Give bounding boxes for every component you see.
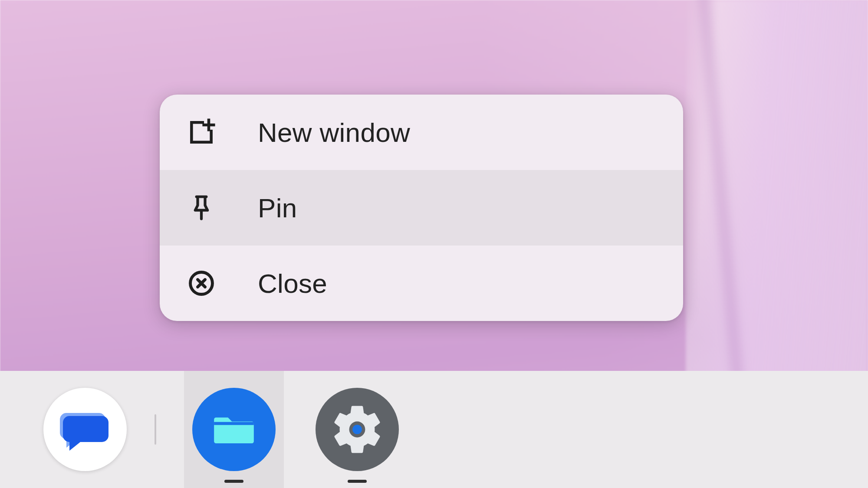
files-icon xyxy=(210,406,258,453)
menu-item-pin[interactable]: Pin xyxy=(160,170,683,246)
shelf-context-menu: New window Pin Close xyxy=(160,95,683,321)
app-icon-files[interactable] xyxy=(192,388,276,471)
new-window-icon xyxy=(187,118,216,147)
shelf xyxy=(0,371,868,488)
svg-point-2 xyxy=(352,425,362,434)
app-icon-settings[interactable] xyxy=(316,388,399,471)
pin-icon xyxy=(187,193,216,223)
menu-item-new-window[interactable]: New window xyxy=(160,95,683,170)
shelf-divider xyxy=(155,414,156,445)
app-slot-settings xyxy=(307,371,407,488)
app-icon-messages[interactable] xyxy=(43,388,127,471)
app-slot-files xyxy=(184,371,284,488)
menu-item-close[interactable]: Close xyxy=(160,246,683,321)
menu-item-label: Close xyxy=(258,268,327,299)
gear-icon xyxy=(329,401,385,458)
messages-icon xyxy=(59,403,111,455)
running-indicator xyxy=(348,480,367,483)
menu-item-label: Pin xyxy=(258,193,297,223)
menu-item-label: New window xyxy=(258,117,410,148)
running-indicator xyxy=(224,480,243,483)
close-circle-icon xyxy=(187,269,216,298)
